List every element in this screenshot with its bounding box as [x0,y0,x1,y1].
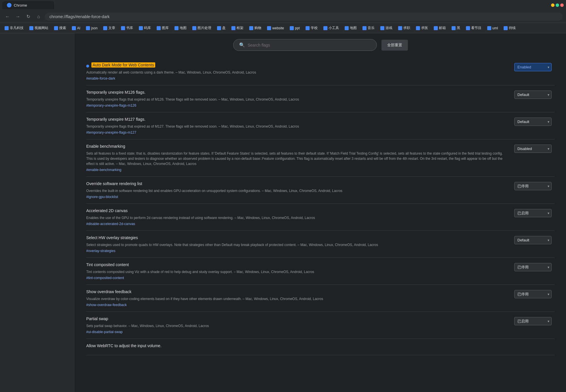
flag-select[interactable]: Default [514,91,552,99]
flag-link[interactable]: #temporary-unexpire-flags-m126 [86,103,136,107]
flag-select[interactable]: 已停用 [514,290,552,298]
flag-select[interactable]: Enabled [514,63,552,71]
bookmark-label: 购物 [254,26,261,30]
bookmark-icon [174,26,179,30]
bookmark-label: 盘 [222,26,226,30]
flag-link[interactable]: #disable-accelerated-2d-canvas [86,222,135,226]
search-box[interactable]: 🔍 [233,39,377,51]
back-button[interactable]: ← [3,13,11,21]
bookmark-item[interactable]: 地图 [172,24,189,32]
flag-link[interactable]: #enable-benchmarking [86,168,121,172]
bookmark-item[interactable]: 码库 [137,24,153,32]
bookmark-item[interactable]: ppt [287,25,302,31]
bookmark-item[interactable]: AI [70,25,82,31]
bookmark-item[interactable]: 黑 [449,24,463,32]
minimize-button[interactable] [551,3,555,7]
flag-content: Override software rendering listOverride… [86,181,510,199]
flag-content: Temporarily unexpire M127 flags.Temporar… [86,117,510,134]
flag-select-wrapper: Default [514,236,552,244]
url-bar[interactable]: chrome://flags/#enable-force-dark [45,13,563,21]
flag-select[interactable]: 已启用 [514,209,552,217]
bookmark-item[interactable]: 图库 [154,24,171,32]
flag-item: Override software rendering listOverride… [86,177,555,204]
flag-select[interactable]: 已停用 [514,182,552,190]
bookmark-item[interactable]: 邮箱 [431,24,448,32]
flag-select-wrapper: 已停用 [514,263,552,271]
flag-item: Tint composited contentTint contents com… [86,258,555,285]
bookmark-item[interactable]: 搜索 [52,24,68,32]
flag-select[interactable]: Default [514,118,552,126]
flag-title: Auto Dark Mode for Web Contents [91,62,155,68]
flag-select-wrapper: 已启用 [514,317,552,325]
bookmark-item[interactable]: 求职 [396,24,412,32]
bookmark-item[interactable]: 购物 [247,24,264,32]
flag-select[interactable]: 已启用 [514,317,552,325]
browser-tab[interactable]: Chrome [2,1,54,9]
flag-select[interactable]: Default [514,236,552,244]
flag-select[interactable]: Disabled [514,145,552,153]
bookmark-icon [466,26,470,30]
bookmark-item[interactable]: json [84,25,100,31]
reload-button[interactable]: ↻ [24,13,32,21]
flag-description: Temporarily unexpire flags that expired … [86,124,510,129]
bookmark-item[interactable]: 文章 [101,24,118,32]
flag-link[interactable]: #ignore-gpu-blocklist [86,195,118,199]
flag-description: Visualize overdraw by color-coding eleme… [86,296,510,301]
tab-favicon [7,3,11,7]
flag-description: Select strategies used to promote quads … [86,242,510,247]
bookmark-item[interactable]: 框架 [229,24,246,32]
flag-title: Select HW overlay strategies [86,235,138,240]
bookmark-item[interactable]: website [265,25,286,31]
bookmark-item[interactable]: 视频网站 [27,24,51,32]
titlebar: Chrome [0,0,566,10]
bookmark-item[interactable]: 盘 [215,24,228,32]
flag-description: Temporarily unexpire flags that expired … [86,97,510,102]
reset-button[interactable]: 全部重置 [381,40,408,51]
flag-content: Tint composited contentTint contents com… [86,262,510,280]
bookmark-label: 求职 [403,26,410,30]
bookmark-item[interactable]: 小工具 [321,24,341,32]
flag-control: 已启用 [514,316,555,325]
close-button[interactable] [560,3,564,7]
bookmark-item[interactable]: 音乐 [360,24,377,32]
flag-link[interactable]: #ui-disable-partial-swap [86,330,123,334]
bookmark-label: 书库 [126,26,133,30]
bookmark-icon [398,26,402,30]
flag-item: Allow WebRTC to adjust the input volume. [86,339,555,355]
bookmark-item[interactable]: 书库 [119,24,135,32]
flag-control: Enabled [514,62,555,71]
bookmark-item[interactable]: uml [485,25,500,31]
flag-select[interactable]: 已停用 [514,263,552,271]
flag-description: Overrides the built-in software renderin… [86,188,510,193]
search-input[interactable] [248,43,371,47]
bookmark-item[interactable]: 求医 [414,24,430,32]
flag-link[interactable]: #tint-composited-content [86,276,124,280]
bookmark-item[interactable]: 地图 [342,24,359,32]
flag-link[interactable]: #temporary-unexpire-flags-m127 [86,130,136,134]
bookmark-label: 文章 [108,26,115,30]
search-area: 🔍 全部重置 [75,39,566,58]
forward-button[interactable]: → [14,13,22,21]
bookmark-item[interactable]: 游戏 [378,24,395,32]
content-area[interactable]: 🔍 全部重置 Auto Dark Mode for Web ContentsAu… [75,33,566,392]
bookmark-icon [86,26,90,30]
bookmark-icon [345,26,349,30]
flag-link[interactable]: #overlay-strategies [86,249,115,253]
flags-list: Auto Dark Mode for Web ContentsAutomatic… [75,58,566,355]
bookmark-item[interactable]: 学校 [303,24,320,32]
bookmark-icon [380,26,384,30]
flag-title-wrapper: Partial swap [86,316,510,322]
home-button[interactable]: ⌂ [34,13,43,21]
bookmark-item[interactable]: 非凡科技 [2,24,26,32]
maximize-button[interactable] [556,3,559,7]
flag-content: Allow WebRTC to adjust the input volume. [86,343,555,350]
flag-content: Enable benchmarkingSets all features to … [86,144,510,172]
flag-link[interactable]: #show-overdraw-feedback [86,303,127,307]
bookmark-item[interactable]: 图片处理 [190,24,214,32]
flag-link[interactable]: #enable-force-dark [86,76,115,80]
bookmark-label: json [91,26,97,30]
bookmark-item[interactable]: 待续 [501,24,518,32]
window-controls [551,3,564,7]
bookmark-label: website [272,26,284,30]
bookmark-item[interactable]: 看节目 [464,24,484,32]
